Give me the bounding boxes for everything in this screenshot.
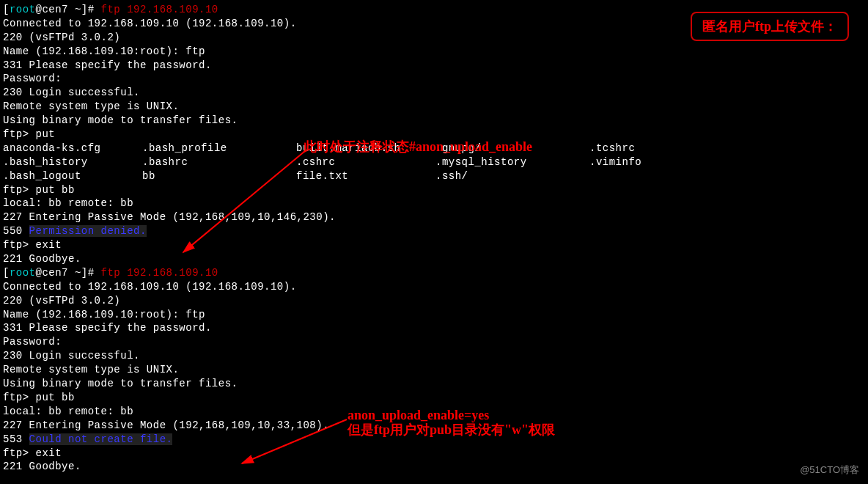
terminal-output: 227 Entering Passive Mode (192,168,109,1… [3, 210, 865, 224]
watermark: @51CTO博客 [800, 463, 859, 477]
terminal-output: Password: [3, 72, 865, 86]
terminal-output: 230 Login successful. [3, 86, 865, 100]
terminal-output: Password: [3, 335, 865, 349]
annotation-comment-1: 此时处于注释状态#anon_upload_enable [304, 138, 532, 155]
file-listing-row: .bash_logout bb file.txt .ssh/ [3, 169, 865, 183]
annotation-comment-3: 但是ftp用户对pub目录没有"w"权限 [347, 421, 555, 439]
ftp-prompt: ftp> exit [3, 238, 865, 252]
terminal-output: local: bb remote: bb [3, 197, 865, 210]
terminal-output: Using binary mode to transfer files. [3, 114, 865, 128]
annotation-title-box: 匿名用户ftp上传文件： [691, 12, 849, 41]
terminal-output: 220 (vsFTPd 3.0.2) [3, 294, 865, 308]
terminal-output: 230 Login successful. [3, 349, 865, 363]
terminal-output: Remote system type is UNIX. [3, 100, 865, 114]
terminal-output: 221 Goodbye. [3, 460, 865, 474]
terminal-output: 331 Please specify the password. [3, 59, 865, 73]
file-listing-row: .bash_history .bashrc .cshrc .mysql_hist… [3, 155, 865, 169]
ftp-prompt: ftp> put bb [3, 391, 865, 405]
terminal-output: Using binary mode to transfer files. [3, 377, 865, 391]
ftp-prompt: ftp> put bb [3, 183, 865, 197]
ftp-prompt: ftp> exit [3, 447, 865, 461]
prompt-line-2: [root@cen7 ~]# ftp 192.168.109.10 [3, 266, 865, 280]
terminal-output: 221 Goodbye. [3, 252, 865, 266]
terminal-output: Remote system type is UNIX. [3, 363, 865, 377]
terminal-output: 331 Please specify the password. [3, 321, 865, 335]
terminal-output: Name (192.168.109.10:root): ftp [3, 45, 865, 59]
terminal-output: Name (192.168.109.10:root): ftp [3, 308, 865, 322]
error-line: 550 Permission denied. [3, 224, 865, 238]
terminal-output: Connected to 192.168.109.10 (192.168.109… [3, 280, 865, 294]
